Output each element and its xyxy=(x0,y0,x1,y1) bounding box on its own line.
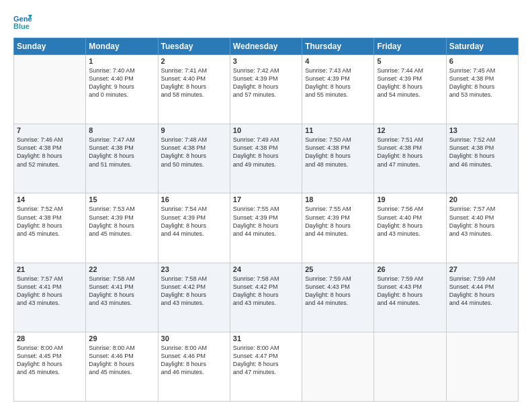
calendar-cell: 1Sunrise: 7:40 AM Sunset: 4:40 PM Daylig… xyxy=(86,55,158,124)
weekday-header-monday: Monday xyxy=(86,38,158,55)
day-number: 5 xyxy=(377,57,443,65)
day-number: 16 xyxy=(161,195,227,203)
day-number: 4 xyxy=(305,57,371,65)
day-info: Sunrise: 7:57 AM Sunset: 4:41 PM Dayligh… xyxy=(17,275,83,308)
day-number: 19 xyxy=(377,195,443,203)
day-info: Sunrise: 7:52 AM Sunset: 4:38 PM Dayligh… xyxy=(449,136,515,169)
calendar-cell xyxy=(302,332,374,401)
calendar-cell: 19Sunrise: 7:56 AM Sunset: 4:40 PM Dayli… xyxy=(374,193,446,263)
day-info: Sunrise: 7:58 AM Sunset: 4:41 PM Dayligh… xyxy=(89,275,154,308)
day-number: 23 xyxy=(161,265,227,273)
day-number: 11 xyxy=(305,126,371,134)
calendar-cell: 5Sunrise: 7:44 AM Sunset: 4:39 PM Daylig… xyxy=(374,55,446,124)
logo-icon: General Blue xyxy=(13,12,32,31)
calendar-cell: 17Sunrise: 7:55 AM Sunset: 4:39 PM Dayli… xyxy=(230,193,302,263)
calendar-cell xyxy=(446,332,518,401)
day-info: Sunrise: 7:43 AM Sunset: 4:39 PM Dayligh… xyxy=(305,66,371,99)
day-number: 6 xyxy=(449,57,515,65)
day-info: Sunrise: 7:53 AM Sunset: 4:39 PM Dayligh… xyxy=(89,205,154,238)
day-number: 1 xyxy=(89,57,154,65)
calendar-cell: 2Sunrise: 7:41 AM Sunset: 4:40 PM Daylig… xyxy=(158,55,230,124)
calendar-cell xyxy=(374,332,446,401)
day-info: Sunrise: 7:42 AM Sunset: 4:39 PM Dayligh… xyxy=(233,66,299,99)
day-number: 25 xyxy=(305,265,371,273)
day-number: 28 xyxy=(17,334,83,342)
day-info: Sunrise: 7:46 AM Sunset: 4:38 PM Dayligh… xyxy=(17,136,83,169)
day-info: Sunrise: 7:45 AM Sunset: 4:38 PM Dayligh… xyxy=(449,66,515,99)
day-info: Sunrise: 7:58 AM Sunset: 4:42 PM Dayligh… xyxy=(233,275,299,308)
calendar-table: SundayMondayTuesdayWednesdayThursdayFrid… xyxy=(13,38,519,402)
day-number: 13 xyxy=(449,126,515,134)
day-number: 15 xyxy=(89,195,154,203)
calendar-cell: 24Sunrise: 7:58 AM Sunset: 4:42 PM Dayli… xyxy=(230,263,302,332)
day-info: Sunrise: 7:59 AM Sunset: 4:43 PM Dayligh… xyxy=(305,275,371,308)
day-info: Sunrise: 7:49 AM Sunset: 4:38 PM Dayligh… xyxy=(233,136,299,169)
calendar-cell: 30Sunrise: 8:00 AM Sunset: 4:46 PM Dayli… xyxy=(158,332,230,401)
calendar-cell: 27Sunrise: 7:59 AM Sunset: 4:44 PM Dayli… xyxy=(446,263,518,332)
day-info: Sunrise: 7:54 AM Sunset: 4:39 PM Dayligh… xyxy=(161,205,227,238)
day-number: 29 xyxy=(89,334,154,342)
calendar-cell: 28Sunrise: 8:00 AM Sunset: 4:45 PM Dayli… xyxy=(14,332,86,401)
weekday-header-friday: Friday xyxy=(374,38,446,55)
calendar-cell: 29Sunrise: 8:00 AM Sunset: 4:46 PM Dayli… xyxy=(86,332,158,401)
day-number: 10 xyxy=(233,126,299,134)
calendar-cell: 15Sunrise: 7:53 AM Sunset: 4:39 PM Dayli… xyxy=(86,193,158,263)
day-number: 3 xyxy=(233,57,299,65)
calendar-cell: 6Sunrise: 7:45 AM Sunset: 4:38 PM Daylig… xyxy=(446,55,518,124)
calendar-cell: 31Sunrise: 8:00 AM Sunset: 4:47 PM Dayli… xyxy=(230,332,302,401)
calendar-cell: 4Sunrise: 7:43 AM Sunset: 4:39 PM Daylig… xyxy=(302,55,374,124)
day-info: Sunrise: 7:59 AM Sunset: 4:44 PM Dayligh… xyxy=(449,275,515,308)
day-number: 27 xyxy=(449,265,515,273)
day-info: Sunrise: 8:00 AM Sunset: 4:46 PM Dayligh… xyxy=(161,344,227,377)
day-number: 20 xyxy=(449,195,515,203)
svg-text:Blue: Blue xyxy=(13,22,30,30)
day-number: 2 xyxy=(161,57,227,65)
day-info: Sunrise: 7:41 AM Sunset: 4:40 PM Dayligh… xyxy=(161,66,227,99)
calendar-week-1: 1Sunrise: 7:40 AM Sunset: 4:40 PM Daylig… xyxy=(14,55,519,124)
calendar-cell: 25Sunrise: 7:59 AM Sunset: 4:43 PM Dayli… xyxy=(302,263,374,332)
day-info: Sunrise: 7:55 AM Sunset: 4:39 PM Dayligh… xyxy=(233,205,299,238)
day-info: Sunrise: 7:50 AM Sunset: 4:38 PM Dayligh… xyxy=(305,136,371,169)
weekday-header-thursday: Thursday xyxy=(302,38,374,55)
calendar-week-4: 21Sunrise: 7:57 AM Sunset: 4:41 PM Dayli… xyxy=(14,263,519,332)
calendar-cell: 12Sunrise: 7:51 AM Sunset: 4:38 PM Dayli… xyxy=(374,124,446,193)
day-number: 30 xyxy=(161,334,227,342)
calendar-cell: 7Sunrise: 7:46 AM Sunset: 4:38 PM Daylig… xyxy=(14,124,86,193)
calendar-cell: 8Sunrise: 7:47 AM Sunset: 4:38 PM Daylig… xyxy=(86,124,158,193)
day-number: 8 xyxy=(89,126,154,134)
calendar-cell xyxy=(14,55,86,124)
page-header: General Blue xyxy=(13,12,519,31)
day-number: 17 xyxy=(233,195,299,203)
day-number: 26 xyxy=(377,265,443,273)
calendar-cell: 21Sunrise: 7:57 AM Sunset: 4:41 PM Dayli… xyxy=(14,263,86,332)
calendar-cell: 9Sunrise: 7:48 AM Sunset: 4:38 PM Daylig… xyxy=(158,124,230,193)
day-info: Sunrise: 7:44 AM Sunset: 4:39 PM Dayligh… xyxy=(377,66,443,99)
day-info: Sunrise: 8:00 AM Sunset: 4:47 PM Dayligh… xyxy=(233,344,299,377)
day-info: Sunrise: 7:59 AM Sunset: 4:43 PM Dayligh… xyxy=(377,275,443,308)
day-info: Sunrise: 7:48 AM Sunset: 4:38 PM Dayligh… xyxy=(161,136,227,169)
day-number: 9 xyxy=(161,126,227,134)
calendar-week-3: 14Sunrise: 7:52 AM Sunset: 4:38 PM Dayli… xyxy=(14,193,519,263)
day-info: Sunrise: 7:40 AM Sunset: 4:40 PM Dayligh… xyxy=(89,66,154,99)
day-number: 14 xyxy=(17,195,83,203)
day-number: 18 xyxy=(305,195,371,203)
day-info: Sunrise: 7:55 AM Sunset: 4:39 PM Dayligh… xyxy=(305,205,371,238)
day-number: 31 xyxy=(233,334,299,342)
day-info: Sunrise: 7:57 AM Sunset: 4:40 PM Dayligh… xyxy=(449,205,515,238)
day-number: 21 xyxy=(17,265,83,273)
day-number: 22 xyxy=(89,265,154,273)
day-info: Sunrise: 7:51 AM Sunset: 4:38 PM Dayligh… xyxy=(377,136,443,169)
day-number: 24 xyxy=(233,265,299,273)
weekday-header-sunday: Sunday xyxy=(14,38,86,55)
calendar-cell: 20Sunrise: 7:57 AM Sunset: 4:40 PM Dayli… xyxy=(446,193,518,263)
day-info: Sunrise: 7:58 AM Sunset: 4:42 PM Dayligh… xyxy=(161,275,227,308)
calendar-cell: 26Sunrise: 7:59 AM Sunset: 4:43 PM Dayli… xyxy=(374,263,446,332)
calendar-cell: 11Sunrise: 7:50 AM Sunset: 4:38 PM Dayli… xyxy=(302,124,374,193)
day-info: Sunrise: 7:52 AM Sunset: 4:38 PM Dayligh… xyxy=(17,205,83,238)
calendar-cell: 18Sunrise: 7:55 AM Sunset: 4:39 PM Dayli… xyxy=(302,193,374,263)
day-info: Sunrise: 7:56 AM Sunset: 4:40 PM Dayligh… xyxy=(377,205,443,238)
calendar-cell: 14Sunrise: 7:52 AM Sunset: 4:38 PM Dayli… xyxy=(14,193,86,263)
calendar-week-5: 28Sunrise: 8:00 AM Sunset: 4:45 PM Dayli… xyxy=(14,332,519,401)
calendar-cell: 23Sunrise: 7:58 AM Sunset: 4:42 PM Dayli… xyxy=(158,263,230,332)
calendar-cell: 3Sunrise: 7:42 AM Sunset: 4:39 PM Daylig… xyxy=(230,55,302,124)
